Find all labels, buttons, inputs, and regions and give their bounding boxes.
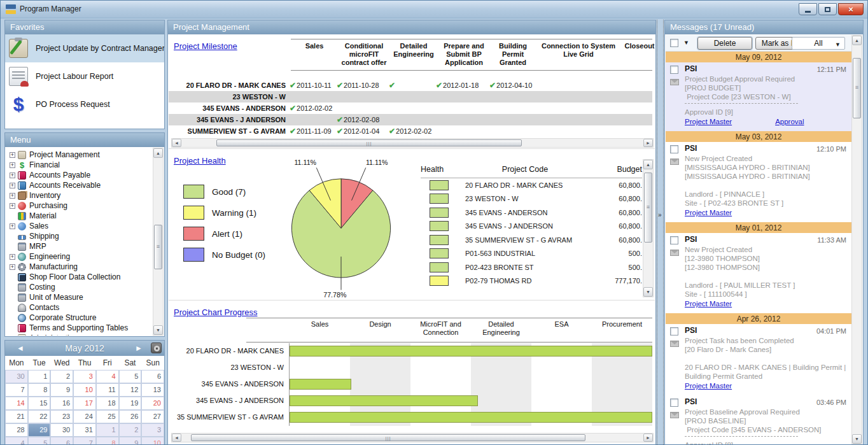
calendar-day[interactable]: 22 (28, 410, 51, 423)
health-row[interactable]: P02-423 BRONTE ST500. (421, 260, 642, 274)
favorite-project-update[interactable]: Project Update by Contract Manager (5, 34, 164, 62)
scroll-thumb[interactable]: ≡ (644, 173, 652, 243)
milestone-hscrollbar[interactable]: ◄ ||| ► (171, 138, 654, 148)
progress-row[interactable]: 35 SUMMERVIEW ST - G AVRAM (169, 409, 652, 426)
message-checkbox[interactable] (670, 236, 678, 244)
calendar-day[interactable]: 13 (141, 383, 164, 397)
panel-splitter[interactable]: » (657, 20, 664, 445)
milestone-row[interactable]: 345 EVANS - J ANDERSON ✔2012-02-08 (169, 114, 652, 125)
calendar-day[interactable]: 11 (96, 383, 119, 397)
calendar-day[interactable]: 20 (141, 397, 164, 410)
calendar-day[interactable]: 25 (96, 410, 119, 423)
menu-item-corporate-structure[interactable]: Corporate Structure (8, 313, 153, 323)
calendar-day[interactable]: 16 (50, 397, 73, 410)
milestone-row[interactable]: 345 EVANS - ANDERSON ✔2012-02-02 (169, 102, 652, 114)
calendar-day[interactable]: 23 (50, 410, 73, 423)
expand-icon[interactable]: + (10, 336, 15, 336)
menu-item-financial[interactable]: +$Financial (8, 160, 153, 170)
calendar-day[interactable]: 14 (5, 397, 28, 410)
message-item[interactable]: PSI 03:46 PM Project Baseline Approval R… (666, 395, 851, 444)
scroll-thumb[interactable]: ≡ (154, 225, 162, 269)
favorite-po-process[interactable]: $ PO Process Request (5, 90, 164, 118)
message-checkbox[interactable] (670, 327, 678, 336)
health-row[interactable]: P01-563 INDUSTRIAL500. (421, 247, 642, 261)
scroll-left-button[interactable]: ◄ (172, 434, 181, 442)
select-all-checkbox[interactable] (670, 39, 678, 47)
calendar-day[interactable]: 3 (73, 370, 96, 383)
progress-row[interactable]: 23 WESTON - W (169, 360, 652, 376)
progress-row[interactable]: 345 EVANS - J ANDERSON (169, 393, 652, 409)
health-vscrollbar[interactable]: ▲ ≡ ▼ (643, 159, 654, 297)
favorite-labour-report[interactable]: Project Labour Report (5, 62, 164, 90)
calendar-day[interactable]: 8 (28, 383, 51, 397)
calendar-day[interactable]: 5 (28, 437, 51, 445)
menu-item-engineering[interactable]: +Engineering (8, 251, 153, 262)
calendar-day[interactable]: 21 (5, 410, 28, 423)
calendar-day[interactable]: 10 (73, 383, 96, 397)
calendar-day[interactable]: 30 (50, 423, 73, 437)
health-row[interactable]: 23 WESTON - W60,800. (421, 192, 642, 206)
expand-icon[interactable]: + (10, 183, 15, 188)
scroll-up-button[interactable]: ▲ (643, 160, 653, 169)
calendar-day[interactable]: 31 (73, 423, 96, 437)
calendar-day[interactable]: 27 (141, 410, 164, 423)
next-month-icon[interactable]: ► (135, 344, 143, 353)
health-row[interactable]: 345 EVANS - J ANDERSON60,800. (421, 220, 642, 234)
calendar-day[interactable]: 19 (119, 397, 142, 410)
milestone-row[interactable]: 23 WESTON - W (169, 91, 652, 102)
scroll-up-button[interactable]: ▲ (153, 148, 163, 158)
health-row[interactable]: 345 EVANS - ANDERSON60,800. (421, 206, 642, 220)
expand-icon[interactable]: + (10, 264, 15, 270)
select-dropdown-icon[interactable]: ▼ (683, 39, 689, 46)
delete-button[interactable]: Delete (697, 37, 752, 50)
message-checkbox[interactable] (670, 145, 678, 153)
menu-item-terms[interactable]: Terms and Supporting Tables (8, 323, 153, 333)
menu-scrollbar[interactable]: ▲ ≡ ▼ (153, 148, 164, 336)
message-checkbox[interactable] (670, 66, 678, 74)
milestone-row[interactable]: 20 FLARO DR - MARK CANES ✔2011-10-11 ✔20… (169, 80, 652, 91)
scroll-right-button[interactable]: ► (643, 139, 653, 147)
calendar-day[interactable]: 26 (119, 410, 142, 423)
menu-item-accounts-payable[interactable]: +Accounts Payable (8, 170, 153, 180)
minimize-button[interactable] (799, 3, 817, 15)
calendar-day-selected[interactable]: 29 (28, 423, 51, 437)
calendar-day[interactable]: 15 (28, 397, 51, 410)
menu-item-purchasing[interactable]: +Purchasing (8, 201, 153, 211)
calendar-day[interactable]: 10 (141, 437, 164, 445)
project-master-link[interactable]: Project Master (685, 382, 732, 390)
scroll-up-button[interactable]: ▲ (852, 36, 862, 45)
project-health-link[interactable]: Project Health (174, 156, 226, 166)
messages-scrollbar[interactable]: ▲ ≡ ▼ (851, 35, 862, 444)
project-chart-progress-link[interactable]: Project Chart Progress (174, 307, 258, 317)
menu-item-contacts[interactable]: Contacts (8, 302, 153, 313)
calendar-day[interactable]: 4 (96, 370, 119, 383)
project-master-link[interactable]: Project Master (685, 209, 732, 216)
progress-row[interactable]: 345 EVANS - ANDERSON (169, 376, 652, 393)
progress-row[interactable]: 20 FLARO DR - MARK CANES (169, 343, 652, 360)
expand-icon[interactable]: + (10, 162, 15, 168)
expand-icon[interactable]: + (10, 203, 15, 209)
health-row[interactable]: 35 SUMMERVIEW ST - G AVRAM60,800. (421, 233, 642, 247)
menu-item-manufacturing[interactable]: +Manufacturing (8, 262, 153, 272)
scroll-thumb[interactable]: ||| (191, 434, 585, 441)
calendar-day[interactable]: 24 (73, 410, 96, 423)
scroll-right-button[interactable]: ► (643, 434, 653, 442)
scroll-down-button[interactable]: ▼ (153, 325, 163, 335)
menu-item-administration[interactable]: +Administration (8, 333, 153, 336)
project-master-link[interactable]: Project Master (685, 300, 732, 307)
calendar-day[interactable]: 28 (5, 423, 28, 437)
scroll-left-button[interactable]: ◄ (172, 139, 181, 147)
calendar-day[interactable]: 7 (5, 383, 28, 397)
calendar-day[interactable]: 7 (73, 437, 96, 445)
message-item[interactable]: PSI 11:33 AM New Project Created [12-398… (666, 233, 851, 313)
menu-item-shipping[interactable]: Shipping (8, 231, 153, 241)
calendar-day[interactable]: 8 (96, 437, 119, 445)
expand-icon[interactable]: + (10, 193, 15, 199)
expand-icon[interactable]: + (10, 223, 15, 229)
calendar-day[interactable]: 17 (73, 397, 96, 410)
close-button[interactable]: × (838, 3, 864, 15)
calendar-day[interactable]: 3 (141, 423, 164, 437)
scroll-down-button[interactable]: ▼ (852, 434, 862, 444)
calendar-day[interactable]: 1 (96, 423, 119, 437)
calendar-day[interactable]: 5 (119, 370, 142, 383)
